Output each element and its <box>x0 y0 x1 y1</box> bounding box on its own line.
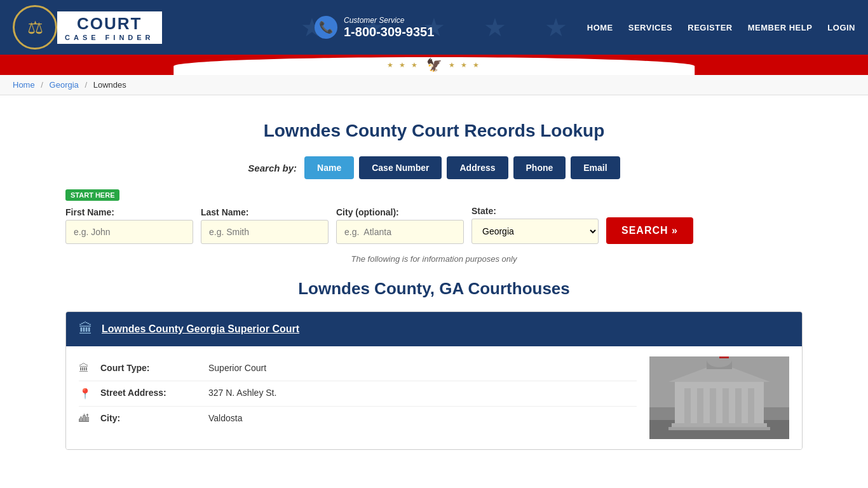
courthouse-card: 🏛 Lowndes County Georgia Superior Court … <box>65 311 803 450</box>
svg-rect-4 <box>684 388 691 423</box>
city-icon: 🏙 <box>79 413 94 424</box>
breadcrumb: Home / Georgia / Lowndes <box>0 75 868 95</box>
courthouse-info: 🏛 Court Type: Superior Court 📍 Street Ad… <box>79 356 637 439</box>
tab-email[interactable]: Email <box>571 156 620 179</box>
eagle-area: ★ ★ ★ 🦅 ★ ★ ★ <box>387 57 480 75</box>
first-name-label: First Name: <box>65 207 193 217</box>
svg-rect-6 <box>710 388 716 423</box>
breadcrumb-sep-1: / <box>41 80 43 90</box>
svg-rect-8 <box>735 388 742 423</box>
tab-case-number[interactable]: Case Number <box>359 156 442 179</box>
page-title: Lowndes County Court Records Lookup <box>65 121 803 141</box>
svg-rect-13 <box>672 423 767 427</box>
street-value: 327 N. Ashley St. <box>208 388 276 398</box>
courthouses-title: Lowndes County, GA Courthouses <box>65 279 803 299</box>
courthouse-name-link[interactable]: Lowndes County Georgia Superior Court <box>102 323 299 335</box>
first-name-input[interactable] <box>65 220 193 244</box>
logo-badge: ⚖ <box>13 5 57 50</box>
logo-area: ⚖ COURT CASE FINDER <box>13 5 162 50</box>
city-input[interactable] <box>336 220 464 244</box>
search-by-row: Search by: Name Case Number Address Phon… <box>65 156 803 179</box>
nav-register[interactable]: REGISTER <box>688 23 732 32</box>
city-info-value: Valdosta <box>208 413 242 423</box>
state-label: State: <box>471 206 599 216</box>
info-row-court-type: 🏛 Court Type: Superior Court <box>79 356 637 381</box>
phone-icon: 📞 <box>315 16 337 39</box>
info-note: The following is for information purpose… <box>65 254 803 264</box>
site-header: ★ ★ ★ ★ ★ ⚖ COURT CASE FINDER 📞 Customer… <box>0 0 868 55</box>
logo-case-text: CASE FINDER <box>65 34 154 41</box>
street-label: Street Address: <box>100 388 202 398</box>
street-icon: 📍 <box>79 388 94 400</box>
courthouse-header: 🏛 Lowndes County Georgia Superior Court <box>66 312 802 346</box>
last-name-group: Last Name: <box>201 207 329 244</box>
courthouse-building-svg <box>649 356 789 439</box>
tab-phone[interactable]: Phone <box>513 156 566 179</box>
phone-details: Customer Service 1-800-309-9351 <box>344 16 434 39</box>
tab-name[interactable]: Name <box>304 156 354 179</box>
phone-label: Customer Service <box>344 16 434 25</box>
state-group: State: Georgia <box>471 206 599 244</box>
state-select[interactable]: Georgia <box>471 219 599 244</box>
last-name-label: Last Name: <box>201 207 329 217</box>
breadcrumb-state[interactable]: Georgia <box>50 80 79 90</box>
svg-rect-7 <box>722 388 729 423</box>
main-content: Lowndes County Court Records Lookup Sear… <box>53 95 815 475</box>
start-here-badge: START HERE <box>65 189 119 201</box>
star-4: ★ <box>484 13 506 42</box>
breadcrumb-county: Lowndes <box>93 80 126 90</box>
court-type-value: Superior Court <box>208 363 266 373</box>
city-info-label: City: <box>100 413 202 423</box>
logo-text: COURT CASE FINDER <box>57 11 162 44</box>
info-row-city: 🏙 City: Valdosta <box>79 407 637 431</box>
svg-rect-5 <box>697 388 703 423</box>
search-form-container: START HERE First Name: Last Name: City (… <box>65 189 803 244</box>
main-nav: HOME SERVICES REGISTER MEMBER HELP LOGIN <box>587 23 855 32</box>
svg-rect-9 <box>748 388 754 423</box>
stars-right: ★ ★ ★ <box>449 61 481 69</box>
phone-number: 1-800-309-9351 <box>344 25 434 39</box>
tab-address[interactable]: Address <box>447 156 508 179</box>
nav-home[interactable]: HOME <box>587 23 613 32</box>
courthouse-body: 🏛 Court Type: Superior Court 📍 Street Ad… <box>66 346 802 449</box>
phone-area: 📞 Customer Service 1-800-309-9351 <box>315 16 434 39</box>
court-type-label: Court Type: <box>100 363 202 373</box>
star-5: ★ <box>545 13 567 42</box>
courthouse-image <box>649 356 789 439</box>
court-type-icon: 🏛 <box>79 363 94 374</box>
city-group: City (optional): <box>336 207 464 244</box>
svg-rect-14 <box>668 427 770 430</box>
nav-member-help[interactable]: MEMBER HELP <box>748 23 813 32</box>
info-row-street: 📍 Street Address: 327 N. Ashley St. <box>79 381 637 407</box>
eagle-icon: 🦅 <box>426 57 442 72</box>
last-name-input[interactable] <box>201 220 329 244</box>
courthouse-header-icon: 🏛 <box>79 321 93 337</box>
stars-left: ★ ★ ★ <box>387 61 419 69</box>
nav-login[interactable]: LOGIN <box>827 23 855 32</box>
banner-red: ★ ★ ★ 🦅 ★ ★ ★ <box>0 55 868 75</box>
city-label: City (optional): <box>336 207 464 217</box>
first-name-group: First Name: <box>65 207 193 244</box>
nav-services[interactable]: SERVICES <box>628 23 673 32</box>
search-form: First Name: Last Name: City (optional): … <box>65 206 803 244</box>
logo-court-text: COURT <box>77 14 142 34</box>
svg-rect-16 <box>719 356 729 358</box>
breadcrumb-sep-2: / <box>85 80 87 90</box>
search-button[interactable]: SEARCH » <box>606 217 693 244</box>
breadcrumb-home[interactable]: Home <box>13 80 35 90</box>
search-by-label: Search by: <box>248 163 297 173</box>
